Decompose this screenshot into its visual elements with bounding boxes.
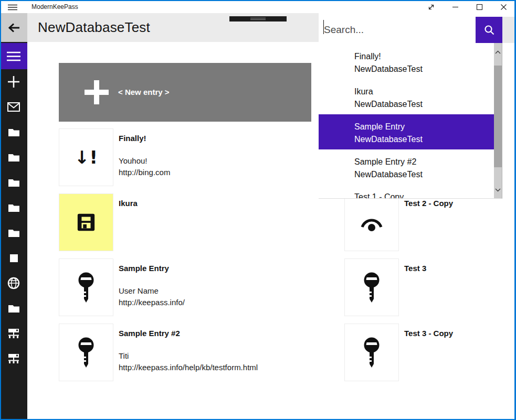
entry-text: Finally! Youhou! http://bing.com [119, 128, 311, 178]
sidebar-item-group[interactable] [0, 170, 27, 195]
window-border-top [0, 0, 516, 1]
titlebar: ModernKeePass [1, 1, 514, 13]
search-input[interactable] [319, 17, 476, 43]
grip-line [250, 19, 266, 20]
key-icon [362, 272, 381, 303]
result-title: Finally! [354, 50, 494, 63]
floppy-disk-icon [76, 212, 96, 232]
entry-row[interactable]: Sample Entry #2 Titi http://keepass.info… [59, 324, 311, 381]
sidebar-item-group[interactable] [0, 220, 27, 245]
entry-line2: http://keepass.info/help/kb/testform.htm… [119, 362, 311, 373]
back-button[interactable] [0, 13, 28, 42]
entry-row[interactable]: Test 2 - Copy [344, 193, 516, 251]
plus-icon [7, 76, 20, 88]
result-title: Test 1 - Copy [354, 191, 494, 199]
key-icon [362, 337, 381, 368]
sidebar-items [0, 69, 27, 371]
result-subtitle: NewDatabaseTest [354, 98, 494, 111]
minimize-icon[interactable] [447, 1, 463, 13]
entry-text: Test 3 - Copy [404, 324, 516, 338]
entry-tile[interactable] [59, 193, 113, 251]
scroll-up-icon[interactable] [494, 50, 502, 54]
maximize-icon[interactable] [471, 1, 487, 13]
entry-row[interactable]: Test 3 [344, 259, 516, 316]
network-drive-icon [7, 328, 20, 339]
mail-icon [7, 102, 20, 112]
resize-diagonal-icon[interactable] [423, 1, 439, 13]
search-icon [483, 24, 495, 36]
sidebar-item-group[interactable] [0, 120, 27, 145]
entry-title: Sample Entry #2 [119, 329, 311, 338]
command-bar-handle[interactable] [229, 16, 287, 21]
sidebar-item-network[interactable] [0, 321, 27, 346]
entry-text: Sample Entry #2 Titi http://keepass.info… [119, 324, 311, 373]
dropdown-scrollbar[interactable] [494, 43, 502, 198]
folder-icon [8, 304, 20, 313]
entry-row[interactable]: Test 3 - Copy [344, 324, 516, 381]
entry-tile[interactable] [59, 324, 113, 381]
key-icon [77, 337, 96, 368]
search-result-item[interactable]: Sample Entry #2 NewDatabaseTest [319, 149, 494, 185]
sidebar-item-group[interactable] [0, 195, 27, 220]
entry-row[interactable]: ↓! Finally! Youhou! http://bing.com [59, 128, 311, 186]
result-title: Sample Entry #2 [354, 156, 494, 168]
scrollbar-thumb[interactable] [494, 66, 502, 167]
entry-row[interactable]: Sample Entry User Name http://keepass.in… [59, 259, 311, 316]
sidebar-item-group[interactable] [0, 296, 27, 321]
folder-icon [8, 178, 20, 187]
entry-text: Ikura [119, 193, 311, 220]
entry-line1: Youhou! [119, 155, 311, 167]
download-exclamation-icon: ↓! [75, 148, 98, 166]
entry-tile[interactable] [344, 193, 399, 251]
result-title: Sample Entry [354, 121, 494, 133]
entry-line2: http://keepass.info/ [119, 297, 311, 308]
plus-icon [85, 80, 109, 104]
page-header: NewDatabaseTest [1, 13, 514, 43]
result-title: Ikura [354, 85, 494, 98]
result-subtitle: NewDatabaseTest [354, 63, 494, 76]
folder-icon [8, 127, 20, 137]
search-results-dropdown: Finally! NewDatabaseTest Ikura NewDataba… [319, 43, 502, 199]
sidebar-item-network[interactable] [0, 346, 27, 371]
network-drive-icon [7, 353, 20, 364]
scroll-down-icon[interactable] [494, 188, 502, 192]
entry-row[interactable]: Ikura [59, 193, 311, 251]
search-result-item[interactable]: Finally! NewDatabaseTest [319, 44, 494, 79]
text-caret [323, 20, 324, 34]
entry-line1: Titi [119, 350, 311, 362]
result-subtitle: NewDatabaseTest [354, 168, 494, 181]
grip-line [250, 18, 266, 18]
sidebar-item-new[interactable] [0, 69, 27, 94]
sidebar-item-mail[interactable] [0, 94, 27, 120]
entry-tile[interactable]: ↓! [59, 128, 113, 186]
search-result-item-selected[interactable]: Sample Entry NewDatabaseTest [319, 114, 494, 149]
entry-title: Test 3 [404, 264, 516, 273]
entry-title: Finally! [119, 134, 311, 143]
folder-icon [8, 228, 20, 238]
search-result-item[interactable]: Test 1 - Copy [319, 185, 494, 199]
entry-details: Youhou! http://bing.com [119, 155, 311, 178]
new-entry-tile[interactable]: < New entry > [59, 63, 311, 122]
entry-tile[interactable] [344, 324, 399, 381]
sidebar-item-group[interactable] [0, 245, 27, 271]
sidebar-hamburger-button[interactable] [0, 43, 27, 69]
square-icon [10, 254, 18, 262]
entry-details: User Name http://keepass.info/ [119, 285, 311, 308]
entry-text: Sample Entry User Name http://keepass.in… [119, 259, 311, 308]
sidebar-item-internet[interactable] [0, 271, 27, 296]
entry-tile[interactable] [344, 259, 399, 316]
eye-icon [359, 212, 384, 232]
folder-icon [8, 203, 20, 212]
titlebar-hamburger-icon[interactable] [8, 4, 17, 10]
key-icon [77, 272, 96, 303]
entry-tile[interactable] [59, 259, 113, 316]
search-button[interactable] [476, 17, 502, 43]
close-icon[interactable] [496, 1, 511, 13]
sidebar [1, 42, 27, 419]
entry-title: Ikura [119, 199, 311, 208]
app-window: ModernKeePass NewDatabaseTest [0, 0, 516, 420]
search-result-item[interactable]: Ikura NewDatabaseTest [319, 79, 494, 114]
sidebar-item-group[interactable] [0, 145, 27, 170]
hamburger-icon [7, 51, 20, 61]
back-arrow-icon [7, 23, 21, 33]
